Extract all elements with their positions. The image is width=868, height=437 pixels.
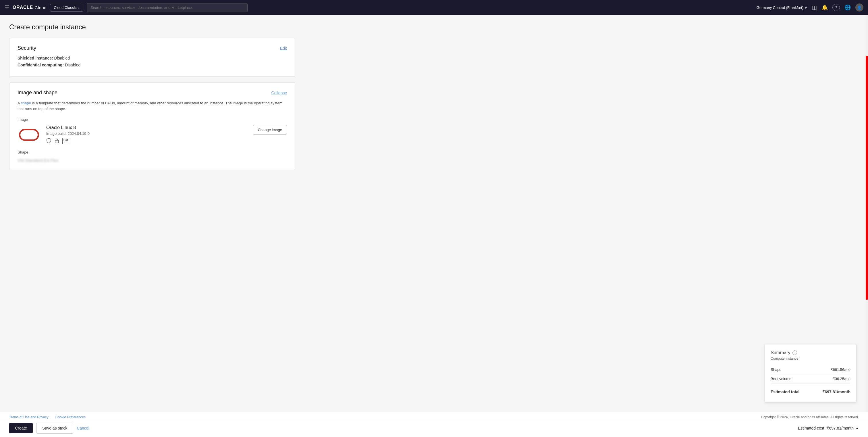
page-title: Create compute instance	[9, 23, 295, 31]
chevron-down-icon: ∨	[805, 5, 807, 10]
info-icon[interactable]: i	[793, 350, 797, 355]
bm-icon: BM	[62, 138, 69, 144]
copyright-text: Copyright © 2024, Oracle and/or its affi…	[761, 415, 859, 419]
cloud-text: Cloud	[35, 5, 47, 10]
create-button[interactable]: Create	[9, 423, 33, 433]
description-part1: A	[18, 101, 21, 105]
confidential-computing-label: Confidential computing:	[18, 63, 64, 67]
terminal-icon[interactable]: ◫	[812, 4, 817, 11]
top-navigation: ☰ ORACLE Cloud Cloud Classic › Germany C…	[0, 0, 868, 15]
summary-total-row: Estimated total ₹697.81/month	[771, 386, 850, 397]
confidential-computing-value: Disabled	[65, 63, 81, 67]
summary-subtitle: Compute instance	[771, 356, 850, 360]
change-image-button[interactable]: Change image	[253, 125, 287, 135]
scrollbar-thumb	[866, 56, 868, 300]
globe-icon[interactable]: 🌐	[844, 4, 851, 11]
oracle-pill-icon	[19, 129, 39, 141]
cloud-classic-arrow: ›	[79, 5, 80, 10]
oracle-linux-logo	[18, 127, 40, 143]
description-part2: is a template that determines the number…	[18, 101, 282, 111]
image-section-label: Image	[18, 117, 287, 122]
main-content: Create compute instance Security Edit Sh…	[0, 15, 305, 437]
shielded-instance-label: Shielded instance:	[18, 56, 53, 60]
shielded-instance-field: Shielded instance: Disabled	[18, 56, 287, 60]
cloud-classic-label: Cloud Classic	[54, 5, 76, 10]
summary-title: Summary	[771, 350, 790, 355]
oracle-text: ORACLE	[13, 5, 33, 10]
region-selector[interactable]: Germany Central (Frankfurt) ∨	[756, 5, 807, 10]
help-icon[interactable]: ?	[832, 4, 840, 11]
scrollbar-track[interactable]	[866, 15, 868, 422]
shape-name: VM.Standard.E4.Flex	[18, 158, 287, 163]
summary-boot-volume-cost: ₹36.25/mo	[833, 377, 850, 381]
oracle-logo: ORACLE Cloud	[13, 5, 46, 10]
summary-panel: Summary i Compute instance Shape ₹661.56…	[765, 344, 857, 403]
cookie-preferences-link[interactable]: Cookie Preferences	[56, 415, 86, 419]
image-shape-panel-title: Image and shape	[18, 90, 57, 96]
shape-link[interactable]: shape	[21, 101, 31, 105]
image-row: Oracle Linux 8 Image build: 2024.04.19-0	[18, 125, 287, 144]
image-shape-panel: Image and shape Collapse A shape is a te…	[9, 83, 295, 170]
page-wrapper: Create compute instance Security Edit Sh…	[0, 15, 868, 437]
image-name: Oracle Linux 8	[46, 125, 247, 130]
description-text: A shape is a template that determines th…	[18, 100, 287, 112]
summary-total-label: Estimated total	[771, 389, 799, 394]
summary-total-cost: ₹697.81/month	[822, 389, 850, 394]
bell-icon[interactable]: 🔔	[822, 4, 828, 11]
summary-shape-label: Shape	[771, 368, 781, 372]
lock-icon	[54, 138, 59, 144]
image-icons: BM	[46, 138, 247, 144]
svg-rect-0	[55, 140, 59, 143]
security-edit-button[interactable]: Edit	[280, 46, 287, 51]
terms-link[interactable]: Terms of Use and Privacy	[9, 415, 49, 419]
security-panel: Security Edit Shielded instance: Disable…	[9, 38, 295, 77]
bottom-bar: Create Save as stack Cancel Estimated co…	[0, 419, 868, 437]
nav-right-section: Germany Central (Frankfurt) ∨ ◫ 🔔 ? 🌐 👤	[756, 3, 863, 11]
region-label: Germany Central (Frankfurt)	[756, 5, 803, 10]
confidential-computing-field: Confidential computing: Disabled	[18, 63, 287, 67]
search-input[interactable]	[87, 3, 248, 12]
security-panel-header: Security Edit	[18, 45, 287, 51]
estimated-cost-display: Estimated cost: ₹697.81/month ▲	[798, 426, 859, 430]
shielded-instance-value: Disabled	[54, 56, 70, 60]
summary-shape-cost: ₹661.56/mo	[831, 368, 850, 372]
shield-icon	[46, 138, 52, 144]
summary-boot-volume-label: Boot volume	[771, 377, 791, 381]
summary-shape-row: Shape ₹661.56/mo	[771, 365, 850, 374]
chevron-up-icon[interactable]: ▲	[855, 426, 859, 430]
security-panel-title: Security	[18, 45, 36, 51]
hamburger-menu[interactable]: ☰	[5, 4, 9, 11]
save-as-stack-button[interactable]: Save as stack	[36, 423, 73, 434]
user-avatar[interactable]: 👤	[855, 3, 863, 11]
summary-boot-volume-row: Boot volume ₹36.25/mo	[771, 374, 850, 383]
image-shape-panel-header: Image and shape Collapse	[18, 90, 287, 96]
cancel-button[interactable]: Cancel	[77, 426, 89, 430]
image-info: Oracle Linux 8 Image build: 2024.04.19-0	[46, 125, 247, 144]
shape-section-label: Shape	[18, 150, 287, 154]
cloud-classic-button[interactable]: Cloud Classic ›	[50, 4, 83, 11]
collapse-button[interactable]: Collapse	[272, 91, 287, 95]
estimated-cost-label: Estimated cost: ₹697.81/month	[798, 426, 854, 430]
image-build: Image build: 2024.04.19-0	[46, 132, 247, 136]
summary-header: Summary i	[771, 350, 850, 355]
